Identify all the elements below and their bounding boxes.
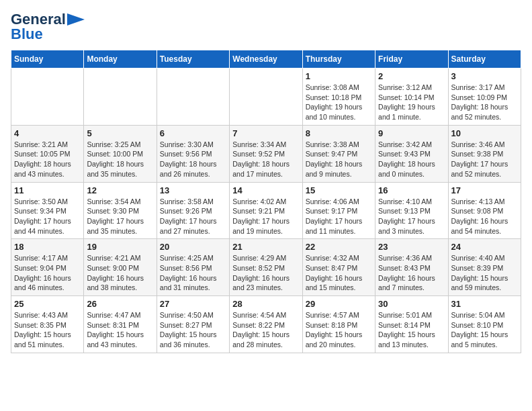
day-number: 9	[378, 128, 445, 138]
day-number: 14	[232, 185, 299, 195]
day-info: Sunrise: 3:17 AM Sunset: 10:09 PM Daylig…	[451, 83, 518, 122]
calendar-cell: 12Sunrise: 3:54 AM Sunset: 9:30 PM Dayli…	[84, 182, 157, 239]
weekday-header-wednesday: Wednesday	[230, 50, 302, 68]
day-info: Sunrise: 4:25 AM Sunset: 8:56 PM Dayligh…	[160, 253, 226, 293]
day-info: Sunrise: 3:30 AM Sunset: 9:56 PM Dayligh…	[160, 140, 226, 179]
day-info: Sunrise: 4:43 AM Sunset: 8:35 PM Dayligh…	[14, 310, 81, 350]
calendar-table: SundayMondayTuesdayWednesdayThursdayFrid…	[11, 50, 521, 353]
weekday-header-sunday: Sunday	[11, 50, 84, 68]
day-info: Sunrise: 4:06 AM Sunset: 9:17 PM Dayligh…	[306, 197, 372, 236]
calendar-cell: 2Sunrise: 3:12 AM Sunset: 10:14 PM Dayli…	[375, 68, 448, 126]
calendar-cell: 30Sunrise: 5:01 AM Sunset: 8:14 PM Dayli…	[375, 296, 448, 353]
calendar-cell: 4Sunrise: 3:21 AM Sunset: 10:05 PM Dayli…	[11, 125, 84, 182]
day-info: Sunrise: 3:54 AM Sunset: 9:30 PM Dayligh…	[87, 197, 153, 236]
day-number: 19	[87, 242, 153, 252]
day-number: 20	[160, 242, 226, 252]
day-info: Sunrise: 4:36 AM Sunset: 8:43 PM Dayligh…	[378, 253, 445, 293]
day-info: Sunrise: 3:38 AM Sunset: 9:47 PM Dayligh…	[306, 140, 372, 179]
calendar-cell: 6Sunrise: 3:30 AM Sunset: 9:56 PM Daylig…	[157, 125, 229, 182]
day-info: Sunrise: 3:21 AM Sunset: 10:05 PM Daylig…	[14, 140, 81, 179]
day-number: 30	[378, 299, 445, 309]
calendar-cell: 1Sunrise: 3:08 AM Sunset: 10:18 PM Dayli…	[302, 68, 375, 126]
day-number: 12	[87, 185, 153, 195]
day-number: 16	[378, 185, 445, 195]
calendar-cell: 15Sunrise: 4:06 AM Sunset: 9:17 PM Dayli…	[302, 182, 375, 239]
day-info: Sunrise: 4:21 AM Sunset: 9:00 PM Dayligh…	[87, 253, 153, 293]
day-number: 6	[160, 128, 226, 138]
day-info: Sunrise: 4:40 AM Sunset: 8:39 PM Dayligh…	[451, 253, 518, 293]
day-info: Sunrise: 3:50 AM Sunset: 9:34 PM Dayligh…	[14, 197, 81, 236]
day-number: 31	[451, 299, 518, 309]
calendar-cell: 9Sunrise: 3:42 AM Sunset: 9:43 PM Daylig…	[375, 125, 448, 182]
calendar-cell: 10Sunrise: 3:46 AM Sunset: 9:38 PM Dayli…	[448, 125, 521, 182]
day-info: Sunrise: 5:04 AM Sunset: 8:10 PM Dayligh…	[451, 310, 518, 350]
day-info: Sunrise: 3:12 AM Sunset: 10:14 PM Daylig…	[378, 83, 445, 122]
calendar-week-row: 18Sunrise: 4:17 AM Sunset: 9:04 PM Dayli…	[11, 239, 521, 296]
calendar-cell: 22Sunrise: 4:32 AM Sunset: 8:47 PM Dayli…	[302, 239, 375, 296]
calendar-cell: 13Sunrise: 3:58 AM Sunset: 9:26 PM Dayli…	[157, 182, 229, 239]
day-number: 5	[87, 128, 153, 138]
day-info: Sunrise: 3:08 AM Sunset: 10:18 PM Daylig…	[306, 83, 372, 122]
day-info: Sunrise: 3:58 AM Sunset: 9:26 PM Dayligh…	[160, 197, 226, 236]
day-number: 2	[378, 71, 445, 81]
calendar-cell: 29Sunrise: 4:57 AM Sunset: 8:18 PM Dayli…	[302, 296, 375, 353]
weekday-header-tuesday: Tuesday	[157, 50, 229, 68]
day-number: 25	[14, 299, 81, 309]
calendar-week-row: 11Sunrise: 3:50 AM Sunset: 9:34 PM Dayli…	[11, 182, 521, 239]
calendar-cell: 5Sunrise: 3:25 AM Sunset: 10:00 PM Dayli…	[84, 125, 157, 182]
calendar-header-row: SundayMondayTuesdayWednesdayThursdayFrid…	[11, 50, 521, 68]
day-info: Sunrise: 3:46 AM Sunset: 9:38 PM Dayligh…	[451, 140, 518, 179]
calendar-week-row: 4Sunrise: 3:21 AM Sunset: 10:05 PM Dayli…	[11, 125, 521, 182]
calendar-week-row: 25Sunrise: 4:43 AM Sunset: 8:35 PM Dayli…	[11, 296, 521, 353]
weekday-header-friday: Friday	[375, 50, 448, 68]
calendar-cell	[230, 68, 302, 126]
weekday-header-saturday: Saturday	[448, 50, 521, 68]
day-info: Sunrise: 3:25 AM Sunset: 10:00 PM Daylig…	[87, 140, 153, 179]
calendar-cell: 19Sunrise: 4:21 AM Sunset: 9:00 PM Dayli…	[84, 239, 157, 296]
day-info: Sunrise: 5:01 AM Sunset: 8:14 PM Dayligh…	[378, 310, 445, 350]
calendar-cell: 20Sunrise: 4:25 AM Sunset: 8:56 PM Dayli…	[157, 239, 229, 296]
day-number: 3	[451, 71, 518, 81]
calendar-cell: 25Sunrise: 4:43 AM Sunset: 8:35 PM Dayli…	[11, 296, 84, 353]
day-number: 22	[306, 242, 372, 252]
day-number: 28	[232, 299, 299, 309]
logo-blue: Blue	[11, 26, 43, 43]
day-info: Sunrise: 4:17 AM Sunset: 9:04 PM Dayligh…	[14, 253, 81, 293]
day-number: 10	[451, 128, 518, 138]
day-number: 24	[451, 242, 518, 252]
calendar-cell	[11, 68, 84, 126]
weekday-header-thursday: Thursday	[302, 50, 375, 68]
calendar-cell: 17Sunrise: 4:13 AM Sunset: 9:08 PM Dayli…	[448, 182, 521, 239]
day-number: 23	[378, 242, 445, 252]
day-number: 26	[87, 299, 153, 309]
calendar-cell: 28Sunrise: 4:54 AM Sunset: 8:22 PM Dayli…	[230, 296, 302, 353]
day-info: Sunrise: 3:42 AM Sunset: 9:43 PM Dayligh…	[378, 140, 445, 179]
calendar-cell: 21Sunrise: 4:29 AM Sunset: 8:52 PM Dayli…	[230, 239, 302, 296]
day-number: 29	[306, 299, 372, 309]
calendar-cell: 14Sunrise: 4:02 AM Sunset: 9:21 PM Dayli…	[230, 182, 302, 239]
day-number: 15	[306, 185, 372, 195]
calendar-cell	[84, 68, 157, 126]
calendar-cell: 7Sunrise: 3:34 AM Sunset: 9:52 PM Daylig…	[230, 125, 302, 182]
calendar-cell: 11Sunrise: 3:50 AM Sunset: 9:34 PM Dayli…	[11, 182, 84, 239]
day-info: Sunrise: 4:29 AM Sunset: 8:52 PM Dayligh…	[232, 253, 299, 293]
day-info: Sunrise: 3:34 AM Sunset: 9:52 PM Dayligh…	[232, 140, 299, 179]
page-header: General Blue	[11, 11, 521, 43]
calendar-cell: 26Sunrise: 4:47 AM Sunset: 8:31 PM Dayli…	[84, 296, 157, 353]
day-info: Sunrise: 4:57 AM Sunset: 8:18 PM Dayligh…	[306, 310, 372, 350]
day-number: 17	[451, 185, 518, 195]
calendar-cell: 18Sunrise: 4:17 AM Sunset: 9:04 PM Dayli…	[11, 239, 84, 296]
calendar-cell: 8Sunrise: 3:38 AM Sunset: 9:47 PM Daylig…	[302, 125, 375, 182]
day-number: 7	[232, 128, 299, 138]
calendar-week-row: 1Sunrise: 3:08 AM Sunset: 10:18 PM Dayli…	[11, 68, 521, 126]
calendar-cell: 31Sunrise: 5:04 AM Sunset: 8:10 PM Dayli…	[448, 296, 521, 353]
day-info: Sunrise: 4:02 AM Sunset: 9:21 PM Dayligh…	[232, 197, 299, 236]
day-number: 21	[232, 242, 299, 252]
day-number: 18	[14, 242, 81, 252]
day-number: 27	[160, 299, 226, 309]
logo-arrow-icon	[67, 13, 85, 26]
day-info: Sunrise: 4:50 AM Sunset: 8:27 PM Dayligh…	[160, 310, 226, 350]
day-info: Sunrise: 4:13 AM Sunset: 9:08 PM Dayligh…	[451, 197, 518, 236]
calendar-cell	[157, 68, 229, 126]
svg-marker-0	[67, 13, 85, 26]
